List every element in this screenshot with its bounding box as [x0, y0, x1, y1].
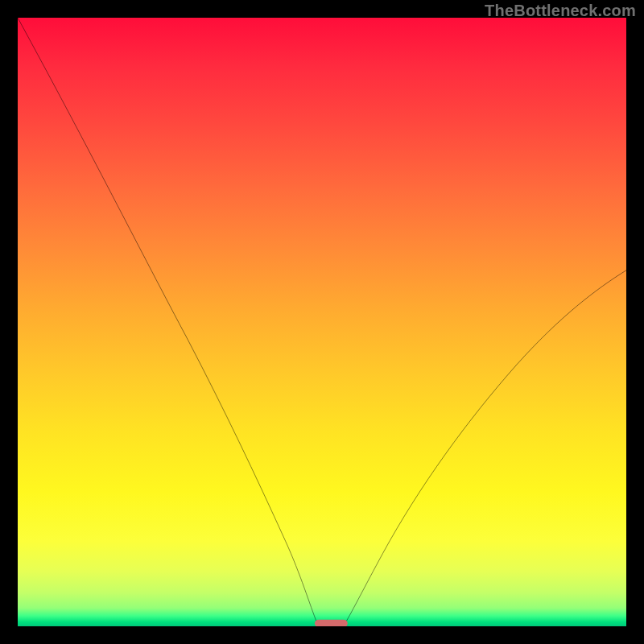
- plot-area: [18, 18, 626, 626]
- chart-frame: TheBottleneck.com: [0, 0, 644, 644]
- severity-gradient-background: [18, 18, 626, 626]
- watermark-text: TheBottleneck.com: [485, 2, 636, 20]
